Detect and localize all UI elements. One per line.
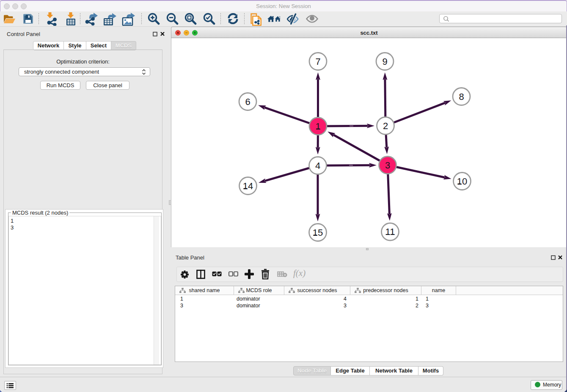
svg-text:8: 8 — [459, 91, 464, 102]
svg-text:2: 2 — [383, 121, 388, 131]
svg-text:14: 14 — [243, 181, 253, 191]
svg-text:6: 6 — [245, 97, 250, 107]
svg-text:4: 4 — [315, 160, 320, 171]
svg-text:7: 7 — [315, 56, 320, 67]
svg-text:11: 11 — [385, 226, 395, 237]
svg-text:1: 1 — [315, 121, 320, 132]
svg-text:3: 3 — [385, 160, 390, 171]
svg-text:9: 9 — [382, 56, 387, 67]
svg-text:10: 10 — [457, 176, 467, 187]
svg-text:15: 15 — [313, 227, 323, 238]
